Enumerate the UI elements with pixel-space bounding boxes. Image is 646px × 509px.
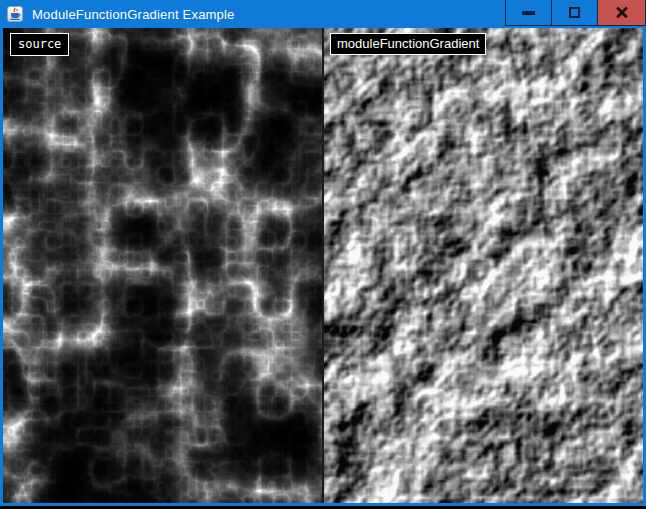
gradient-image bbox=[324, 28, 643, 503]
content-area: source moduleFunctionGradient bbox=[3, 28, 643, 503]
window-controls bbox=[506, 0, 646, 26]
maximize-button[interactable] bbox=[551, 0, 598, 26]
close-button[interactable] bbox=[597, 0, 646, 26]
java-coffee-cup-icon bbox=[7, 6, 23, 22]
minimize-icon bbox=[522, 11, 535, 15]
minimize-button[interactable] bbox=[505, 0, 552, 26]
gradient-label: moduleFunctionGradient bbox=[330, 33, 486, 55]
app-window: ModuleFunctionGradient Example source mo… bbox=[0, 0, 646, 509]
source-label: source bbox=[10, 33, 69, 56]
close-icon bbox=[615, 6, 629, 20]
source-image bbox=[3, 28, 322, 503]
titlebar[interactable]: ModuleFunctionGradient Example bbox=[0, 0, 646, 28]
window-title: ModuleFunctionGradient Example bbox=[32, 7, 235, 22]
maximize-icon bbox=[569, 7, 580, 18]
